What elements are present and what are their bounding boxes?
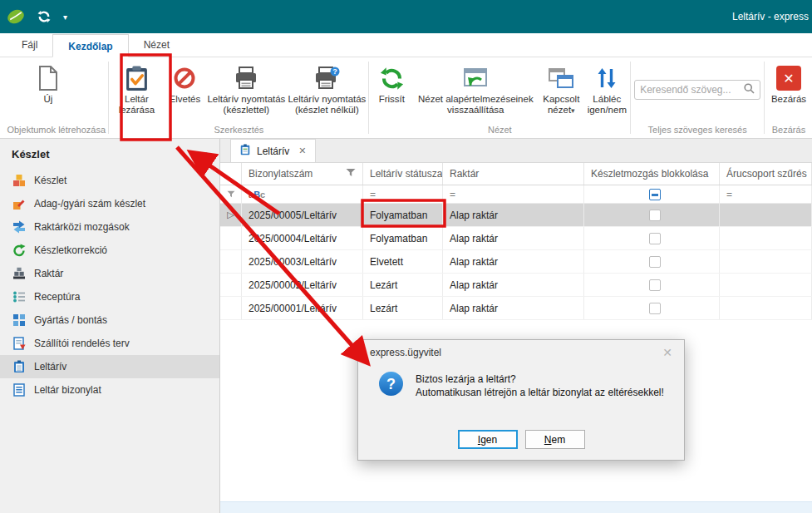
linked-view-button[interactable]: Kapcsolt nézet▾ — [538, 57, 584, 124]
question-icon: ? — [378, 371, 404, 399]
yes-button[interactable]: Igen — [458, 430, 518, 449]
row-checkbox[interactable] — [649, 303, 661, 314]
sidebar-item-label: Raktárközi mozgások — [34, 221, 130, 233]
close-x-icon — [776, 66, 801, 91]
filter-checkbox-indeterminate[interactable] — [649, 189, 661, 200]
ribbon-group-view: Frissít Nézet alapértelmezéseinek vissza… — [370, 57, 629, 138]
document-tab-label: Leltárív — [257, 146, 289, 157]
header-indicator-cell — [220, 163, 242, 185]
filter-text-mode-button[interactable]: aBc — [242, 185, 363, 203]
table-row[interactable]: 2025/00005/Leltárív Folyamatban Alap rak… — [220, 204, 812, 227]
sidebar-item-gyartas-bontas[interactable]: Gyártás / bontás — [0, 308, 219, 332]
sidebar-item-label: Receptúra — [34, 291, 80, 303]
col-header-leltariv-statusza[interactable]: Leltárív státusza — [363, 163, 443, 185]
fulltext-search-box[interactable] — [634, 80, 760, 100]
batch-serial-icon — [12, 197, 26, 211]
table-row[interactable]: 2025/00004/Leltárív Folyamatban Alap rak… — [220, 227, 812, 250]
sidebar-item-leltariv[interactable]: Leltárív — [0, 355, 219, 378]
grid-footer-bar — [220, 501, 812, 513]
quick-refresh-icon[interactable] — [35, 7, 53, 26]
document-tab-close-icon[interactable] — [298, 146, 306, 156]
cell-raktar[interactable]: Alap raktár — [443, 274, 584, 296]
sidebar-item-receptura[interactable]: Receptúra — [0, 285, 219, 308]
cell-arucsoport — [720, 204, 812, 226]
sidebar-item-adag-gyari-szam-keszlet[interactable]: Adag-/gyári szám készlet — [0, 192, 219, 215]
cell-bizonylatszam[interactable]: 2025/00001/Leltárív — [242, 297, 363, 319]
cell-bizonylatszam[interactable]: 2025/00004/Leltárív — [242, 227, 363, 249]
new-button[interactable]: Új — [23, 57, 73, 124]
close-button[interactable]: Bezárás — [765, 57, 812, 124]
prohibition-icon — [174, 62, 195, 94]
row-checkbox[interactable] — [649, 279, 661, 291]
correction-icon — [12, 244, 26, 258]
document-tab-leltariv[interactable]: Leltárív — [230, 139, 316, 162]
table-row[interactable]: 2025/00001/Leltárív Lezárt Alap raktár — [220, 297, 812, 320]
print-with-stock-button[interactable]: Leltárív nyomtatás (készlettel) — [206, 57, 286, 124]
col-header-raktar[interactable]: Raktár — [443, 163, 584, 185]
cell-raktar[interactable]: Alap raktár — [443, 227, 584, 249]
sidebar-collapse-icon[interactable] — [204, 147, 208, 160]
cell-status[interactable]: Folyamatban — [363, 204, 443, 226]
cell-bizonylatszam[interactable]: 2025/00005/Leltárív — [242, 204, 363, 226]
up-down-arrows-icon — [598, 62, 616, 94]
dialog-close-icon[interactable] — [662, 346, 672, 359]
no-button[interactable]: Nem — [525, 430, 585, 449]
tab-nezet[interactable]: Nézet — [129, 33, 185, 57]
reset-view-button[interactable]: Nézet alapértelmezéseinek visszaállítása — [413, 57, 538, 124]
filter-warehouse-operator[interactable]: = — [443, 185, 584, 203]
confirmation-dialog: express.ügyvitel ? Biztos lezárja a lelt… — [357, 339, 685, 461]
tab-fajl[interactable]: Fájl — [7, 33, 52, 57]
refresh-button[interactable]: Frissít — [370, 57, 413, 124]
group-caption-edit: Szerkesztés — [110, 124, 367, 138]
cell-raktar[interactable]: Alap raktár — [443, 204, 584, 226]
warehouse-icon — [12, 267, 26, 281]
sidebar-item-keszlet[interactable]: Készlet — [0, 169, 219, 192]
filter-funnel-icon[interactable] — [346, 168, 356, 180]
sidebar-item-keszletkorrekcio[interactable]: Készletkorrekció — [0, 239, 219, 262]
col-header-keszletmozgas-blokkolasa[interactable]: Készletmozgás blokkolása — [584, 163, 720, 185]
row-checkbox[interactable] — [649, 210, 661, 221]
document-tab-icon — [239, 144, 251, 158]
production-icon — [12, 313, 26, 328]
document-tab-strip: Leltárív — [220, 139, 812, 163]
discard-button[interactable]: Elvetés — [163, 57, 206, 124]
cell-status[interactable]: Folyamatban — [363, 227, 443, 249]
cell-status[interactable]: Elvetett — [363, 250, 443, 273]
sidebar-item-label: Szállítói rendelés terv — [34, 338, 130, 349]
footer-toggle-button[interactable]: Lábléc igen/nem — [584, 57, 629, 124]
cell-bizonylatszam[interactable]: 2025/00002/Leltárív — [242, 274, 363, 296]
sidebar-item-raktarkozi-mozgasok[interactable]: Raktárközi mozgások — [0, 215, 219, 239]
ribbon-group-search: Teljes szöveges keresés — [632, 57, 763, 138]
sidebar-item-szallitoi-rendeles-terv[interactable]: Szállítói rendelés terv — [0, 332, 219, 355]
close-inventory-button[interactable]: Leltár lezárása — [110, 57, 163, 124]
sidebar-item-leltar-bizonylat[interactable]: Leltár bizonylat — [0, 378, 219, 402]
print-without-stock-button[interactable]: ? Leltárív nyomtatás (készlet nélkül) — [286, 57, 367, 124]
grid-filter-row: aBc = = = — [220, 185, 812, 204]
cell-raktar[interactable]: Alap raktár — [443, 250, 584, 273]
cell-bizonylatszam[interactable]: 2025/00003/Leltárív — [242, 250, 363, 273]
row-checkbox[interactable] — [649, 233, 661, 244]
col-header-bizonylatszam[interactable]: Bizonylatszám — [242, 163, 363, 185]
sidebar: Készlet Készlet Adag-/gyári szám készlet — [0, 139, 220, 513]
table-row[interactable]: 2025/00002/Leltárív Lezárt Alap raktár — [220, 274, 812, 297]
sidebar-item-raktar[interactable]: Raktár — [0, 262, 219, 285]
cell-status[interactable]: Lezárt — [363, 297, 443, 319]
filter-status-operator[interactable]: = — [363, 185, 443, 203]
ribbon: Új Objektumok létrehozása Leltár lezárás… — [0, 57, 812, 139]
cell-raktar[interactable]: Alap raktár — [443, 297, 584, 319]
quick-access-dropdown-icon[interactable]: ▾ — [63, 12, 67, 22]
ribbon-tab-row: Fájl Kezdőlap Nézet — [0, 33, 812, 57]
table-row[interactable]: 2025/00003/Leltárív Elvetett Alap raktár — [220, 250, 812, 274]
row-checkbox[interactable] — [649, 256, 661, 268]
sidebar-item-label: Adag-/gyári szám készlet — [34, 198, 145, 210]
ribbon-group-create: Új Objektumok létrehozása — [5, 57, 107, 138]
tab-kezdolap[interactable]: Kezdőlap — [52, 34, 128, 57]
filter-group-operator[interactable]: = — [720, 185, 812, 203]
group-caption-search: Teljes szöveges keresés — [632, 124, 763, 138]
dropdown-caret-icon: ▾ — [571, 106, 575, 115]
sidebar-item-label: Leltárív — [34, 361, 66, 372]
col-header-arucsoport-szures[interactable]: Árucsoport szűrés — [720, 163, 812, 185]
cell-status[interactable]: Lezárt — [363, 274, 443, 296]
sidebar-item-label: Gyártás / bontás — [34, 314, 107, 326]
fulltext-search-input[interactable] — [640, 84, 744, 96]
